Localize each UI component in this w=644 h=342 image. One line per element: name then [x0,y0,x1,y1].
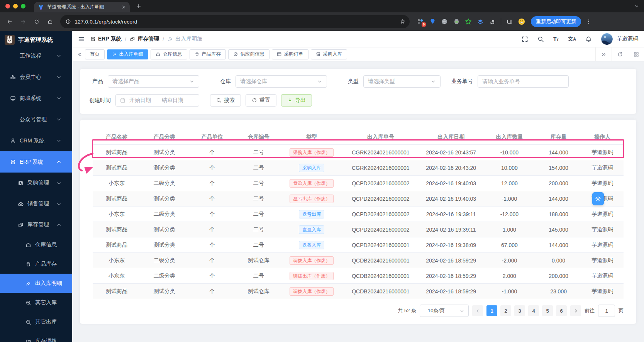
chevron-down-icon [459,308,464,313]
sidebar-item-2[interactable]: 商城系统 [0,88,72,109]
extension-balloon-icon[interactable] [429,18,436,25]
address-bar[interactable]: 127.0.0.1/erp/stock/record [60,15,410,28]
collapse-menu-icon[interactable] [78,36,85,42]
goto-page-input[interactable] [598,305,615,317]
back-button[interactable] [4,16,15,27]
reload-button[interactable] [31,16,42,27]
user-avatar[interactable] [601,33,613,45]
sidebar-item-8[interactable]: 库存管理 [0,214,72,235]
close-tab-icon[interactable] [121,5,126,10]
supplier-icon [233,52,238,57]
page-button-5[interactable]: 5 [542,305,553,316]
table-row[interactable]: 测试商品测试分类个二号盘盈入库QCPD202402160000012024-02… [93,237,624,253]
chevron-down-icon [56,201,62,207]
minimize-window-button[interactable] [13,4,18,8]
goto-suffix: 页 [619,307,624,314]
cell-type: 采购入库（作废） [281,148,342,157]
sidebar-item-14[interactable]: 库存调拨 [0,332,72,342]
scroll-tabs-right-icon[interactable] [595,47,612,61]
breadcrumb-item-0[interactable]: ERP 系统 [90,36,121,42]
extension-layers-icon[interactable] [477,18,484,25]
warehouse-select[interactable]: 请选择仓库 [236,75,327,88]
tab-search-icon[interactable] [634,3,639,9]
page-button-4[interactable]: 4 [528,305,539,316]
sidebar-item-6[interactable]: 采购管理 [0,173,72,193]
forward-button[interactable] [17,16,29,27]
search-icon[interactable] [537,36,544,42]
tab-1[interactable]: 出入库明细 [107,49,148,59]
search-button[interactable]: 搜索 [210,94,241,107]
sidebar-item-3[interactable]: 公众号管理 [0,109,72,130]
tab-actions-grid-icon[interactable] [628,47,644,61]
sidebar-item-1[interactable]: 会员中心 [0,66,72,88]
table-row[interactable]: 小东东二级分类个二号盘盈入库（作废）QCPD202402160000022024… [93,176,624,191]
refresh-tab-icon[interactable] [612,47,628,61]
breadcrumb-item-2[interactable]: 出入库明细 [168,36,202,42]
extension-tag-manager-icon[interactable]: 6 [417,18,424,25]
close-window-button[interactable] [5,4,10,8]
sidebar-item-7[interactable]: 销售管理 [0,193,72,214]
table-row[interactable]: 小东东二级分类个二号盘亏出库QCPD202402160000022024-02-… [93,207,624,222]
search-icon [216,98,222,103]
table-row[interactable]: 测试商品测试分类个二号采购入库CGRK202402160000012024-02… [93,160,624,176]
fullscreen-icon[interactable] [522,36,528,42]
table-row[interactable]: 小东东二级分类个二号调拨出库（作废）QCDB202402160000012024… [93,268,624,284]
breadcrumb-item-1[interactable]: 库存管理 [130,36,159,42]
extension-globe-icon[interactable] [441,18,448,25]
profile-avatar[interactable] [518,18,525,25]
prev-page-button[interactable] [472,305,483,316]
cell-order-no: QCPD20240216000002 [342,180,419,186]
tags-view-bar: 首页出入库明细仓库信息产品库存供应商信息采购订单采购入库 [72,47,644,61]
reset-button[interactable]: 重置 [246,94,276,107]
table-row[interactable]: 测试商品测试分类个二号盘盈入库QCPD202402160000022024-02… [93,222,624,237]
extension-avocado-icon[interactable] [453,18,460,25]
browser-update-button[interactable]: 重新启动即可更新 [531,16,581,27]
page-button-6[interactable]: 6 [556,305,567,316]
username[interactable]: 芋道源码 [617,36,638,42]
cell-warehouse: 二号 [236,273,281,279]
table-row[interactable]: 测试商品测试分类个测试仓库调拨入库（作废）QCDB202402160000012… [93,284,624,299]
date-range-picker[interactable]: 开始日期 – 结束日期 [115,94,199,107]
scroll-tabs-left-icon[interactable] [74,52,85,57]
export-button[interactable]: 导出 [281,94,312,107]
sidebar-item-11[interactable]: 出入库明细 [0,274,72,293]
sidebar-item-5[interactable]: ERP 系统 [0,151,72,173]
tab-6[interactable]: 采购入库 [311,49,347,59]
side-panel-icon[interactable] [506,18,513,25]
tab-2[interactable]: 仓库信息 [151,49,187,59]
sidebar-item-9[interactable]: 仓库信息 [0,235,72,254]
page-button-3[interactable]: 3 [514,305,525,316]
bizno-input[interactable] [478,75,569,88]
translate-icon[interactable]: 文A [568,36,576,42]
next-page-button[interactable] [570,305,581,316]
bookmark-star-icon[interactable] [400,19,405,24]
font-size-icon[interactable]: Tт [553,36,559,42]
tab-3[interactable]: 产品库存 [190,49,226,59]
browser-tab[interactable]: 芋道管理系统 - 出入库明细 [34,2,130,12]
sidebar-item-13[interactable]: 其它出库 [0,312,72,332]
notification-bell-icon[interactable] [585,36,592,42]
extension-star-icon[interactable] [465,18,472,25]
tab-5[interactable]: 采购订单 [272,49,308,59]
browser-menu-icon[interactable] [586,19,591,24]
product-select[interactable]: 请选择产品 [108,75,199,88]
page-button-1[interactable]: 1 [486,305,497,316]
sidebar-item-10[interactable]: 产品库存 [0,254,72,274]
page-size-select[interactable]: 10条/页 [420,305,469,317]
extensions-puzzle-icon[interactable] [489,18,496,25]
type-select[interactable]: 请选择类型 [363,75,441,88]
tab-4[interactable]: 供应商信息 [228,49,269,59]
table-row[interactable]: 测试商品测试分类个二号盘亏出库（作废）QCPD20240216000002202… [93,191,624,207]
table-row[interactable]: 测试商品测试分类个二号采购入库（作废）CGRK20240216000001202… [93,145,624,160]
tab-0[interactable]: 首页 [85,49,105,59]
sidebar-item-4[interactable]: CRM 系统 [0,130,72,151]
site-info-icon[interactable] [66,19,71,24]
maximize-window-button[interactable] [21,4,25,8]
new-tab-button[interactable] [136,3,141,9]
page-button-2[interactable]: 2 [500,305,511,316]
sidebar-logo[interactable]: 芋道管理系统 [0,31,72,49]
theme-settings-button[interactable] [592,192,604,205]
sidebar-item-12[interactable]: 其它入库 [0,293,72,312]
table-row[interactable]: 小东东二级分类个测试仓库调拨入库（作废）QCDB2024021600000120… [93,253,624,268]
home-button[interactable] [44,16,56,27]
